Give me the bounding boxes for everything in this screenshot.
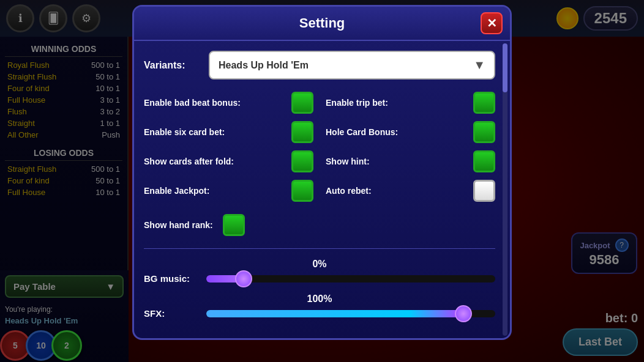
- bg-music-label: BG music:: [144, 273, 199, 284]
- chevron-down-icon: ▼: [473, 58, 485, 72]
- jackpot-label-toggle: Enable Jackpot:: [144, 186, 209, 196]
- show-hint-toggle[interactable]: [473, 150, 495, 172]
- modal-overlay: Setting ✕ Variants: Heads Up Hold 'Em ▼ …: [0, 0, 644, 362]
- modal-header: Setting ✕: [134, 7, 510, 41]
- bg-music-thumb[interactable]: [235, 270, 252, 287]
- six-card-toggle[interactable]: [291, 121, 313, 143]
- sfx-label: SFX:: [144, 308, 199, 319]
- show-hand-rank-toggle[interactable]: [223, 214, 245, 236]
- show-cards-label: Show cards after fold:: [144, 157, 234, 166]
- show-cards-toggle[interactable]: [291, 150, 313, 172]
- six-card-label: Enable six card bet:: [144, 127, 225, 137]
- auto-rebet-label: Auto rebet:: [326, 186, 372, 196]
- settings-modal: Setting ✕ Variants: Heads Up Hold 'Em ▼ …: [132, 5, 512, 340]
- modal-close-button[interactable]: ✕: [481, 12, 503, 34]
- modal-scrollbar-thumb[interactable]: [503, 43, 507, 92]
- toggle-row-hole-card: Hole Card Bonus:: [326, 121, 495, 143]
- bg-music-percent: 0%: [144, 259, 495, 270]
- variants-dropdown[interactable]: Heads Up Hold 'Em ▼: [209, 51, 495, 79]
- modal-scrollbar[interactable]: [503, 43, 507, 336]
- toggle-grid: Enable bad beat bonus: Enable trip bet: …: [144, 92, 495, 202]
- toggle-row-jackpot: Enable Jackpot:: [144, 180, 313, 202]
- show-hand-rank-row: Show hand rank:: [144, 214, 495, 236]
- hole-card-label: Hole Card Bonus:: [326, 127, 398, 137]
- toggle-row-bad-beat: Enable bad beat bonus:: [144, 92, 313, 114]
- sfx-fill: [206, 310, 460, 317]
- variants-value: Heads Up Hold 'Em: [219, 60, 309, 71]
- bg-music-slider[interactable]: [206, 275, 495, 283]
- toggle-row-show-hint: Show hint:: [326, 150, 495, 172]
- trip-bet-toggle[interactable]: [473, 92, 495, 114]
- hole-card-toggle[interactable]: [473, 121, 495, 143]
- toggle-row-show-cards: Show cards after fold:: [144, 150, 313, 172]
- toggle-row-six-card: Enable six card bet:: [144, 121, 313, 143]
- toggle-row-auto-rebet: Auto rebet:: [326, 180, 495, 202]
- variants-label: Variants:: [144, 60, 199, 71]
- sfx-section: 100% SFX:: [144, 294, 495, 319]
- toggle-row-trip-bet: Enable trip bet:: [326, 92, 495, 114]
- show-hand-rank-label: Show hand rank:: [144, 220, 213, 230]
- show-hint-label: Show hint:: [326, 157, 370, 166]
- sfx-thumb[interactable]: [455, 305, 472, 322]
- sfx-slider[interactable]: [206, 310, 495, 317]
- bad-beat-label: Enable bad beat bonus:: [144, 98, 241, 108]
- bg-music-section: 0% BG music:: [144, 259, 495, 284]
- trip-bet-label: Enable trip bet:: [326, 98, 388, 108]
- modal-body: Variants: Heads Up Hold 'Em ▼ Enable bad…: [134, 41, 510, 338]
- bg-music-row: BG music:: [144, 273, 495, 284]
- bad-beat-toggle[interactable]: [291, 92, 313, 114]
- sfx-row: SFX:: [144, 308, 495, 319]
- auto-rebet-toggle[interactable]: [473, 180, 495, 202]
- modal-separator: [144, 248, 495, 249]
- sfx-percent: 100%: [144, 294, 495, 305]
- variants-row: Variants: Heads Up Hold 'Em ▼: [144, 51, 495, 79]
- modal-title: Setting: [299, 15, 345, 31]
- jackpot-toggle[interactable]: [291, 180, 313, 202]
